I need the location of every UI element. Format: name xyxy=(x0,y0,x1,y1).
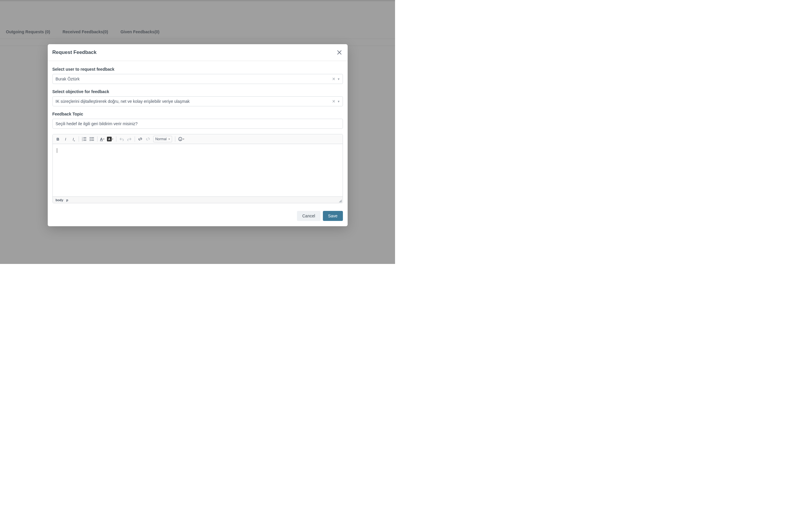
unordered-list-icon xyxy=(90,137,94,141)
link-button[interactable] xyxy=(137,135,144,142)
close-button[interactable] xyxy=(336,49,343,56)
link-icon xyxy=(138,137,143,141)
svg-point-14 xyxy=(181,138,182,139)
chevron-down-icon[interactable]: ▼ xyxy=(337,77,340,81)
clear-objective-icon[interactable]: ✕ xyxy=(332,99,336,104)
modal-header: Request Feedback xyxy=(48,44,348,61)
ordered-list-button[interactable]: 123 xyxy=(81,135,88,142)
bold-button[interactable]: B xyxy=(55,135,61,142)
select-objective-label: Select objective for feedback xyxy=(53,89,343,94)
toolbar-separator xyxy=(79,136,79,142)
bg-color-button[interactable]: A▾ xyxy=(106,137,114,141)
request-feedback-modal: Request Feedback Select user to request … xyxy=(48,44,348,226)
path-body[interactable]: body xyxy=(56,198,63,202)
emoji-icon xyxy=(178,137,183,141)
svg-rect-3 xyxy=(83,139,86,139)
redo-icon xyxy=(127,137,131,141)
select-objective-value: IK süreçlerini dijitalleştirerek doğru, … xyxy=(53,97,332,106)
modal-footer: Cancel Save xyxy=(48,206,348,226)
path-p[interactable]: p xyxy=(66,198,68,202)
svg-rect-7 xyxy=(91,137,94,138)
select-user-dropdown[interactable]: Burak Öztürk ✕ ▼ xyxy=(53,74,343,84)
feedback-topic-label: Feedback Topic xyxy=(53,112,343,116)
save-button[interactable]: Save xyxy=(323,211,343,221)
select-objective-controls: ✕ ▼ xyxy=(332,99,343,104)
ordered-list-icon: 123 xyxy=(82,137,87,141)
unlink-icon xyxy=(146,137,150,141)
modal-title: Request Feedback xyxy=(53,50,97,55)
toolbar-separator xyxy=(175,136,175,142)
chevron-down-icon[interactable]: ▼ xyxy=(337,100,340,103)
toolbar-separator xyxy=(135,136,135,142)
modal-body: Select user to request feedback Burak Öz… xyxy=(48,61,348,206)
svg-rect-9 xyxy=(91,139,94,139)
svg-point-6 xyxy=(90,137,91,138)
cancel-button[interactable]: Cancel xyxy=(297,211,321,221)
rich-text-editor: B I Ix 123 A▾ A▾ xyxy=(53,134,343,203)
redo-button[interactable] xyxy=(126,135,133,142)
svg-point-8 xyxy=(90,139,91,140)
select-user-controls: ✕ ▼ xyxy=(332,77,343,81)
select-objective-dropdown[interactable]: IK süreçlerini dijitalleştirerek doğru, … xyxy=(53,96,343,106)
svg-point-12 xyxy=(178,137,182,141)
undo-button[interactable] xyxy=(118,135,125,142)
editor-content-area[interactable] xyxy=(53,144,343,196)
svg-point-13 xyxy=(179,138,180,139)
select-user-label: Select user to request feedback xyxy=(53,67,343,72)
svg-text:3: 3 xyxy=(82,140,83,141)
clear-user-icon[interactable]: ✕ xyxy=(332,77,336,81)
editor-path-bar: body p xyxy=(53,196,343,203)
select-user-value: Burak Öztürk xyxy=(53,74,332,84)
editor-toolbar: B I Ix 123 A▾ A▾ xyxy=(53,134,343,144)
paragraph-format-value: Normal xyxy=(155,137,167,141)
svg-rect-11 xyxy=(91,140,94,141)
unlink-button[interactable] xyxy=(144,135,151,142)
close-icon xyxy=(337,50,341,55)
svg-rect-5 xyxy=(83,140,86,141)
undo-icon xyxy=(120,137,124,141)
text-color-button[interactable]: A▾ xyxy=(99,137,106,141)
unordered-list-button[interactable] xyxy=(88,135,95,142)
emoji-button[interactable]: ▾ xyxy=(177,137,185,141)
feedback-topic-input-wrap xyxy=(53,119,343,129)
feedback-topic-input[interactable] xyxy=(53,119,343,129)
italic-button[interactable]: I xyxy=(62,135,69,142)
modal-overlay: Request Feedback Select user to request … xyxy=(0,0,395,264)
toolbar-separator xyxy=(116,136,116,142)
remove-format-button[interactable]: Ix xyxy=(70,135,77,142)
svg-rect-1 xyxy=(83,137,86,138)
paragraph-format-select[interactable]: Normal ▾ xyxy=(153,136,172,142)
svg-point-10 xyxy=(90,140,91,141)
resize-grip[interactable] xyxy=(339,200,342,202)
